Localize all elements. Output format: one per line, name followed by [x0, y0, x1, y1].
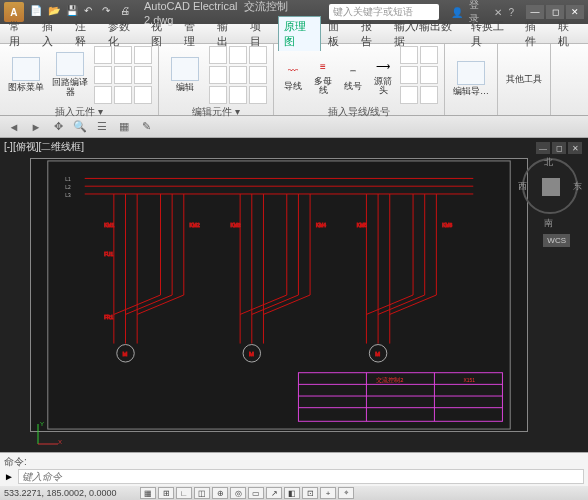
other-tools-button[interactable]: 其他工具	[504, 75, 544, 85]
edit-wire-button[interactable]: 编辑导…	[451, 61, 491, 97]
toggle-icon[interactable]: ↗	[266, 487, 282, 499]
svg-text:M: M	[375, 351, 380, 357]
ucs-icon[interactable]: YX	[34, 418, 64, 448]
brush-icon[interactable]: ✎	[138, 119, 154, 135]
tool-icon[interactable]	[249, 46, 267, 64]
panel-edit-component: 编辑 编辑元件 ▾	[159, 44, 274, 115]
titleblock-title: 交流控制2	[376, 376, 403, 383]
svg-text:FR1: FR1	[104, 315, 113, 320]
toggle-icon[interactable]: ⌖	[338, 487, 354, 499]
wire-button[interactable]: 〰导线	[280, 60, 306, 91]
sourcearrow-button[interactable]: ⟶源箭头	[370, 55, 396, 95]
tool-icon[interactable]	[134, 86, 152, 104]
toggle-icon[interactable]: ∟	[176, 487, 192, 499]
tool-icon[interactable]	[229, 86, 247, 104]
svg-text:KM3: KM3	[230, 223, 240, 228]
svg-text:L2: L2	[65, 185, 71, 190]
tool-icon[interactable]	[209, 86, 227, 104]
svg-text:Y: Y	[40, 421, 44, 427]
tool-icon[interactable]	[400, 46, 418, 64]
command-prompt-icon: ►	[4, 471, 14, 482]
svg-text:L1: L1	[65, 177, 71, 182]
pan-icon[interactable]: ✥	[50, 119, 66, 135]
panel-label	[451, 111, 491, 113]
tool-icon[interactable]	[420, 46, 438, 64]
svg-text:L3: L3	[65, 193, 71, 198]
toggle-icon[interactable]: ◧	[284, 487, 300, 499]
tool-icon[interactable]	[114, 66, 132, 84]
toggle-icon[interactable]: ▭	[248, 487, 264, 499]
tool-icon[interactable]	[229, 66, 247, 84]
tool-icon[interactable]	[114, 46, 132, 64]
svg-text:KM6: KM6	[442, 223, 452, 228]
nav-back-icon[interactable]: ◄	[6, 119, 22, 135]
ribbon: 图标菜单 回路编译器 插入元件 ▾ 编辑 编辑元件 ▾ 〰导线 ≡多母线 ⎓线号…	[0, 44, 588, 116]
circuit-builder-button[interactable]: 回路编译器	[50, 52, 90, 98]
panel-insert-component: 图标菜单 回路编译器 插入元件 ▾	[0, 44, 159, 115]
svg-text:KM1: KM1	[104, 223, 114, 228]
layers-icon[interactable]: ☰	[94, 119, 110, 135]
status-bar: 533.2271, 185.0002, 0.0000 ▦⊞ ∟◫ ⊕◎ ▭↗ ◧…	[0, 486, 588, 500]
command-input[interactable]	[18, 469, 584, 484]
doc-max-button[interactable]: ◻	[552, 142, 566, 154]
tool-icon[interactable]	[420, 86, 438, 104]
toggle-icon[interactable]: ▦	[140, 487, 156, 499]
command-line: 命令: ►	[0, 452, 588, 486]
svg-text:FU1: FU1	[104, 252, 113, 257]
tool-icon[interactable]	[94, 66, 112, 84]
tool-icon[interactable]	[229, 46, 247, 64]
tool-icon[interactable]	[134, 46, 152, 64]
tool-icon[interactable]	[249, 66, 267, 84]
drawing-workspace[interactable]: [-][俯视][二维线框] — ◻ ✕ L1 L2 L3 M KM1KM2	[0, 138, 588, 452]
wcs-label[interactable]: WCS	[543, 234, 570, 247]
zoom-icon[interactable]: 🔍	[72, 119, 88, 135]
svg-text:M: M	[123, 351, 128, 357]
toggle-icon[interactable]: ⊕	[212, 487, 228, 499]
command-history: 命令:	[4, 455, 584, 469]
wirenum-button[interactable]: ⎓线号	[340, 60, 366, 91]
svg-rect-0	[48, 161, 510, 429]
tool-icon[interactable]	[209, 66, 227, 84]
toggle-icon[interactable]: ⊞	[158, 487, 174, 499]
ribbon-tabs: 常用插入注释参数化视图管理输出项目原理图面板报告输入/输出数据转换工具插件联机	[0, 24, 588, 44]
tool-icon[interactable]	[249, 86, 267, 104]
toggle-icon[interactable]: ◎	[230, 487, 246, 499]
toggle-icon[interactable]: +	[320, 487, 336, 499]
tab-14[interactable]: 联机	[553, 17, 584, 51]
small-tools-1	[94, 46, 152, 104]
tool-icon[interactable]	[209, 46, 227, 64]
svg-text:KM2: KM2	[190, 223, 200, 228]
viewport-label[interactable]: [-][俯视][二维线框]	[4, 140, 84, 154]
panel-edit-wire: 编辑导…	[445, 44, 498, 115]
status-toggles: ▦⊞ ∟◫ ⊕◎ ▭↗ ◧⊡ +⌖	[140, 487, 354, 499]
view-cube[interactable]: 北 南 西 东	[520, 158, 580, 228]
nav-fwd-icon[interactable]: ►	[28, 119, 44, 135]
svg-text:KM4: KM4	[316, 223, 326, 228]
small-tools-2	[209, 46, 267, 104]
toggle-icon[interactable]: ⊡	[302, 487, 318, 499]
titleblock-rev: X151	[464, 378, 476, 383]
toggle-icon[interactable]: ◫	[194, 487, 210, 499]
edit-button[interactable]: 编辑	[165, 57, 205, 93]
panel-insert-wire: 〰导线 ≡多母线 ⎓线号 ⟶源箭头 插入导线/线号	[274, 44, 445, 115]
tool-icon[interactable]	[420, 66, 438, 84]
panel-label[interactable]: 插入导线/线号	[280, 104, 438, 120]
drawing-canvas[interactable]: L1 L2 L3 M KM1KM2 FU1FR1 M KM3K	[30, 158, 528, 432]
panel-other-tools: 其他工具	[498, 44, 551, 115]
svg-text:X: X	[58, 439, 62, 445]
tool-icon[interactable]	[114, 86, 132, 104]
icon-menu-button[interactable]: 图标菜单	[6, 57, 46, 93]
tool-icon[interactable]	[94, 86, 112, 104]
doc-min-button[interactable]: —	[536, 142, 550, 154]
doc-window-controls: — ◻ ✕	[536, 142, 582, 154]
doc-close-button[interactable]: ✕	[568, 142, 582, 154]
coordinates: 533.2271, 185.0002, 0.0000	[4, 488, 134, 498]
panel-label[interactable]: 编辑元件 ▾	[165, 104, 267, 120]
svg-text:M: M	[249, 351, 254, 357]
tool-icon[interactable]	[134, 66, 152, 84]
grid-icon[interactable]: ▦	[116, 119, 132, 135]
multibus-button[interactable]: ≡多母线	[310, 55, 336, 95]
tool-icon[interactable]	[400, 86, 418, 104]
tool-icon[interactable]	[94, 46, 112, 64]
tool-icon[interactable]	[400, 66, 418, 84]
